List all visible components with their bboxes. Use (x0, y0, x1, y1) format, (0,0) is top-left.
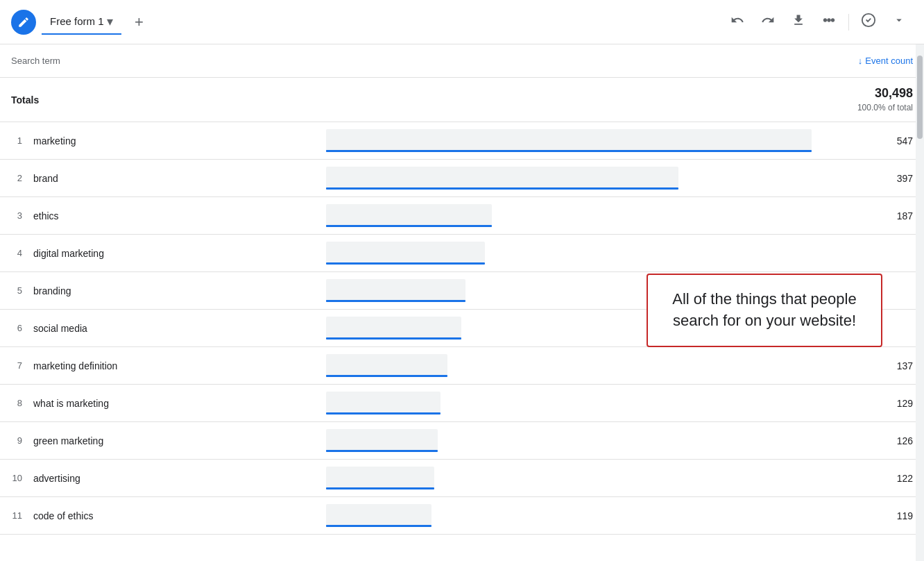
check-icon (861, 12, 876, 31)
event-count-sort-arrow: ↓ (858, 56, 863, 66)
table-row: 1 marketing 547 (0, 122, 924, 160)
row-rank: 10 (0, 473, 28, 483)
bar-foreground (326, 375, 447, 377)
share-button[interactable] (815, 8, 843, 36)
tab-chevron-icon: ▾ (107, 14, 113, 29)
bar-foreground (326, 487, 434, 489)
totals-value: 30,498 100.0% of total (326, 86, 924, 113)
row-value: 126 (897, 435, 913, 446)
row-chart: 122 (326, 460, 924, 496)
row-term: marketing definition (28, 360, 326, 371)
table-row: 4 digital marketing (0, 235, 924, 272)
row-chart: 119 (326, 497, 924, 534)
row-rank: 3 (0, 210, 28, 221)
table-row: 10 advertising 122 (0, 460, 924, 497)
bar-background (326, 129, 812, 152)
row-chart: 547 (326, 122, 924, 159)
row-chart: 126 (326, 422, 924, 459)
row-chart: 137 (326, 347, 924, 384)
row-term: digital marketing (28, 248, 326, 259)
bar-foreground (326, 150, 812, 152)
scrollbar-track[interactable] (916, 44, 924, 561)
row-term: what is marketing (28, 398, 326, 409)
row-term: advertising (28, 473, 326, 484)
row-rank: 8 (0, 398, 28, 408)
totals-row: Totals 30,498 100.0% of total (0, 78, 924, 122)
row-value: 397 (897, 173, 913, 184)
row-rank: 2 (0, 173, 28, 183)
download-button[interactable] (785, 8, 812, 36)
row-value: 119 (897, 510, 913, 521)
toolbar-divider (848, 14, 849, 31)
bar-background (326, 504, 431, 527)
row-value: 547 (897, 135, 913, 146)
bar-foreground (326, 262, 485, 265)
row-rank: 4 (0, 248, 28, 258)
totals-label: Totals (0, 94, 326, 106)
table-row: 7 marketing definition 137 (0, 347, 924, 385)
bar-foreground (326, 300, 465, 302)
row-term: marketing (28, 135, 326, 146)
row-value: 129 (897, 398, 913, 409)
tab-title-text: Free form 1 (50, 15, 104, 27)
bar-background (326, 467, 434, 489)
edit-button[interactable] (11, 10, 36, 35)
scrollbar-thumb[interactable] (917, 56, 923, 139)
row-value: 137 (897, 360, 913, 371)
bar-background (326, 392, 440, 415)
row-term: code of ethics (28, 510, 326, 521)
row-value: 122 (897, 473, 913, 484)
row-term: social media (28, 323, 326, 334)
row-chart: 187 (326, 197, 924, 234)
top-bar-right (724, 8, 913, 36)
row-term: ethics (28, 210, 326, 221)
table-row: 2 brand 397 (0, 160, 924, 197)
row-term: branding (28, 285, 326, 296)
row-value: 187 (897, 210, 913, 221)
undo-icon (730, 13, 744, 31)
row-chart (326, 235, 924, 271)
table-row: 9 green marketing 126 (0, 422, 924, 460)
bar-foreground (326, 337, 461, 340)
bar-foreground (326, 525, 431, 527)
bar-foreground (326, 412, 440, 415)
row-rank: 11 (0, 510, 28, 521)
bar-background (326, 354, 447, 377)
main-content: Search term ↓ Event count Totals 30,498 … (0, 44, 924, 561)
top-bar-left: Free form 1 ▾ + (11, 10, 152, 35)
add-tab-button[interactable]: + (127, 10, 152, 35)
redo-button[interactable] (754, 8, 782, 36)
bar-foreground (326, 450, 438, 452)
table-row: 3 ethics 187 (0, 197, 924, 235)
redo-icon (761, 13, 775, 31)
bar-background (326, 279, 465, 302)
row-rank: 5 (0, 285, 28, 296)
bar-foreground (326, 225, 492, 227)
annotation-box: All of the things that people search for… (647, 274, 882, 347)
top-bar: Free form 1 ▾ + (0, 0, 924, 44)
bar-background (326, 317, 461, 340)
event-count-label: Event count (865, 56, 913, 66)
bar-background (326, 429, 438, 452)
row-term: brand (28, 173, 326, 184)
totals-percentage: 100.0% of total (857, 103, 913, 112)
table-header: Search term ↓ Event count (0, 44, 924, 78)
more-options-icon (893, 14, 905, 30)
row-chart: 397 (326, 160, 924, 196)
row-chart: 129 (326, 385, 924, 421)
bar-background (326, 167, 678, 190)
annotation-text: All of the things that people search for… (665, 289, 864, 332)
totals-number: 30,498 (337, 86, 913, 101)
bar-background (326, 242, 485, 265)
check-button[interactable] (855, 8, 882, 36)
bar-background (326, 204, 492, 227)
row-rank: 9 (0, 435, 28, 446)
tab-title[interactable]: Free form 1 ▾ (42, 10, 121, 35)
undo-button[interactable] (724, 8, 751, 36)
table-row: 8 what is marketing 129 (0, 385, 924, 422)
table-row: 11 code of ethics 119 (0, 497, 924, 535)
event-count-column-header[interactable]: ↓ Event count (326, 56, 924, 66)
bar-foreground (326, 187, 678, 190)
more-options-button[interactable] (885, 8, 913, 36)
row-rank: 7 (0, 360, 28, 371)
